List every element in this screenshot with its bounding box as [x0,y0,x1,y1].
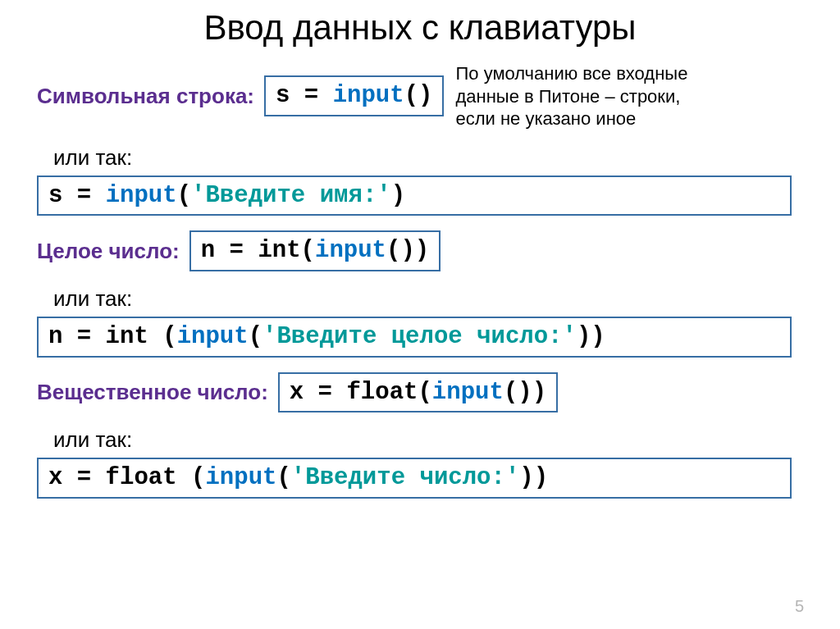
row-string: Символьная строка: s = input() По умолча… [37,62,803,130]
code-text: ( [162,323,176,350]
code-text: ( [177,182,191,209]
code-text: ( [276,464,290,491]
label-string: Символьная строка: [37,84,254,109]
code-box-6: x = float (input('Введите число:')) [37,458,792,499]
row-int: Целое число: n = int(input()) [37,230,803,271]
code-box-1: s = input() [264,75,444,116]
code-text: ()) [386,237,429,264]
code-keyword-input: input [315,237,386,264]
code-text: n = int [48,323,162,350]
label-or-1: или так: [53,145,803,171]
code-keyword-input: input [333,82,404,109]
row-float-prompt: x = float (input('Введите число:')) [37,458,803,499]
code-text: ( [301,237,315,264]
code-text: n = int [201,237,301,264]
code-text: ) [391,182,405,209]
code-keyword-input: input [177,323,249,350]
code-box-5: x = float(input()) [278,372,558,413]
page-number: 5 [795,597,804,616]
code-box-4: n = int (input('Введите целое число:')) [37,317,792,358]
code-text: x = float [290,379,418,406]
code-text: () [404,82,433,109]
code-string: 'Введите число:' [291,464,519,491]
code-text: ()) [504,379,546,406]
code-text: )) [519,464,548,491]
side-note: По умолчанию все входные данные в Питоне… [455,62,701,130]
label-int: Целое число: [37,239,180,264]
code-box-3: n = int(input()) [189,230,441,271]
code-text: )) [577,323,605,350]
code-string: 'Введите целое число:' [262,323,577,350]
code-keyword-input: input [205,464,276,491]
slide-title: Ввод данных с клавиатуры [37,8,803,48]
code-text: s = [48,182,106,209]
code-string: 'Введите имя:' [191,182,391,209]
code-text: ( [191,464,205,491]
code-keyword-input: input [106,182,177,209]
row-string-prompt: s = input('Введите имя:') [37,175,803,217]
label-or-2: или так: [53,286,803,312]
code-text: ( [249,323,262,350]
label-or-3: или так: [53,427,803,453]
code-box-2: s = input('Введите имя:') [37,175,792,217]
code-text: s = [276,82,333,109]
code-text: ( [418,379,431,406]
code-text: x = float [48,464,191,491]
label-float: Вещественное число: [37,380,268,405]
code-keyword-input: input [432,379,504,406]
row-float: Вещественное число: x = float(input()) [37,372,803,413]
row-int-prompt: n = int (input('Введите целое число:')) [37,317,803,358]
